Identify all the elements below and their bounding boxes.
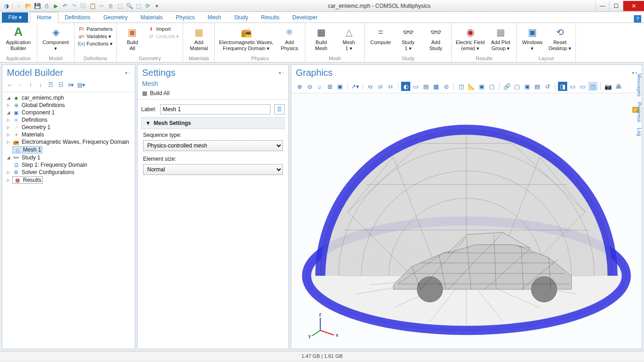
zx-view-icon[interactable]: zx bbox=[386, 82, 395, 91]
add-study-button[interactable]: 👓 Add Study bbox=[424, 24, 448, 51]
save-icon[interactable]: 💾 bbox=[34, 2, 41, 10]
graphics-canvas[interactable]: x y z bbox=[291, 93, 642, 349]
windows-button[interactable]: ▣ Windows ▾ bbox=[520, 24, 544, 51]
tab-results[interactable]: Results bbox=[254, 12, 286, 23]
zoom-selected-icon[interactable]: ▣ bbox=[335, 82, 345, 91]
reset-desktop-button[interactable]: ⟲ Reset Desktop ▾ bbox=[548, 24, 572, 51]
file-menu[interactable]: File ▾ bbox=[2, 12, 28, 23]
delete-icon[interactable]: 🗑 bbox=[107, 2, 115, 10]
panel-menu-icon[interactable]: ▾ ▫ bbox=[279, 70, 284, 75]
copy-icon[interactable]: ⿻ bbox=[80, 2, 87, 10]
tree-item[interactable]: Component 1 bbox=[22, 109, 55, 116]
camera-icon[interactable]: 📷 bbox=[604, 82, 613, 91]
tab-study[interactable]: Study bbox=[228, 12, 255, 23]
deselect-icon[interactable]: ▢ bbox=[487, 82, 496, 91]
forward-icon[interactable]: → bbox=[16, 81, 24, 89]
sequence-type-select[interactable]: Physics-controlled mesh bbox=[143, 140, 283, 151]
select-icon[interactable]: ⬚ bbox=[116, 2, 124, 10]
tree-item-selected[interactable]: Mesh 1 bbox=[23, 147, 41, 153]
hide-icon[interactable]: ⊘ bbox=[442, 82, 451, 91]
variables-button[interactable]: a=Variables ▾ bbox=[78, 33, 113, 40]
emw-physics-button[interactable]: 📻 Electromagnetic Waves, Frequency Domai… bbox=[218, 24, 274, 51]
tree-item[interactable]: Geometry 1 bbox=[22, 124, 51, 130]
box-icon[interactable]: ▢ bbox=[512, 82, 522, 91]
find-icon[interactable]: 🔍 bbox=[126, 2, 133, 10]
box2-icon[interactable]: ▣ bbox=[523, 82, 532, 91]
scene-light-icon[interactable]: ◐ bbox=[401, 82, 410, 91]
tab-developer[interactable]: Developer bbox=[286, 12, 324, 23]
print-icon[interactable]: 🖶 bbox=[614, 82, 623, 91]
tree-item[interactable]: Materials bbox=[22, 131, 44, 138]
open-icon[interactable]: 📂 bbox=[24, 2, 32, 10]
transparency-icon[interactable]: ▭ bbox=[411, 82, 420, 91]
build-all-button[interactable]: Build All bbox=[150, 90, 170, 96]
tree-item[interactable]: Solver Configurations bbox=[22, 169, 75, 175]
zoom-in-icon[interactable]: ⊕ bbox=[295, 82, 304, 91]
label-input[interactable] bbox=[160, 104, 270, 114]
list-icon[interactable]: ≡▾ bbox=[67, 81, 75, 89]
view3-icon[interactable]: ◫ bbox=[588, 82, 598, 91]
tree-item[interactable]: Electromagnetic Waves, Frequency Domain bbox=[22, 139, 129, 145]
goto-icon[interactable]: ☰ bbox=[274, 104, 285, 114]
run-icon[interactable]: ▶ bbox=[52, 2, 59, 10]
grid-icon[interactable]: ▦ bbox=[431, 82, 441, 91]
wireframe-icon[interactable]: ▤ bbox=[421, 82, 431, 91]
tab-mesh[interactable]: Mesh bbox=[201, 12, 227, 23]
zoom-box-icon[interactable]: ⌕ bbox=[315, 82, 324, 91]
tree-item[interactable]: Global Definitions bbox=[22, 102, 65, 108]
tree-item[interactable]: Definitions bbox=[22, 117, 47, 123]
parameters-button[interactable]: PiParameters bbox=[78, 26, 113, 32]
tab-geometry[interactable]: Geometry bbox=[97, 12, 134, 23]
paste-icon[interactable]: 📋 bbox=[89, 2, 96, 10]
build-all-button[interactable]: ▣ Build All bbox=[121, 24, 144, 51]
electric-field-button[interactable]: ◉ Electric Field (emw) ▾ bbox=[455, 24, 485, 51]
tree-item[interactable]: Results bbox=[23, 177, 41, 183]
cut-icon[interactable]: ✂ bbox=[98, 2, 105, 10]
back-icon[interactable]: ← bbox=[6, 81, 14, 89]
component-button[interactable]: ◈ Component ▾ bbox=[41, 24, 70, 51]
compute-button[interactable]: = Compute bbox=[368, 24, 392, 45]
yz-view-icon[interactable]: yz bbox=[376, 82, 385, 91]
build-mesh-button[interactable]: ▦ Build Mesh bbox=[309, 24, 333, 51]
measure-icon[interactable]: 📐 bbox=[467, 82, 476, 91]
redo-icon[interactable]: ↷ bbox=[70, 2, 78, 10]
expand-icon[interactable]: ☶ bbox=[46, 81, 55, 89]
application-builder-button[interactable]: A Application Builder bbox=[4, 24, 33, 51]
tree-root[interactable]: car_emiemc.mph bbox=[22, 95, 64, 101]
tree-item[interactable]: Step 1: Frequency Domain bbox=[22, 162, 87, 168]
panel-menu-icon[interactable]: ▾ ▫ bbox=[125, 70, 130, 75]
zoom-extents-icon[interactable]: ⊞ bbox=[325, 82, 334, 91]
link-icon[interactable]: 🔗 bbox=[502, 82, 512, 91]
zoom-out-icon[interactable]: ⊖ bbox=[305, 82, 314, 91]
messages-tab[interactable]: Messages bbox=[637, 74, 642, 96]
undo-icon[interactable]: ↶ bbox=[61, 2, 69, 10]
add-plot-group-button[interactable]: ▦ Add Plot Group ▾ bbox=[489, 24, 512, 51]
study-dropdown-button[interactable]: 👓 Study 1 ▾ bbox=[396, 24, 420, 51]
add-physics-button[interactable]: ⚛ Add Physics bbox=[277, 24, 301, 51]
tab-definitions[interactable]: Definitions bbox=[58, 12, 97, 23]
add-material-button[interactable]: ▦ Add Material bbox=[187, 24, 211, 51]
model-tree[interactable]: ◢◆car_emiemc.mph ▷⊕Global Definitions ◢▣… bbox=[2, 92, 135, 349]
maximize-button[interactable]: ☐ bbox=[609, 1, 623, 11]
down-icon[interactable]: ↓ bbox=[36, 81, 45, 89]
xy-view-icon[interactable]: xy bbox=[366, 82, 375, 91]
tab-home[interactable]: Home bbox=[30, 12, 58, 23]
mesh-dropdown-button[interactable]: △ Mesh 1 ▾ bbox=[337, 24, 361, 51]
box3-icon[interactable]: ▤ bbox=[533, 82, 542, 91]
collapse-icon[interactable]: ☷ bbox=[57, 81, 65, 89]
close-button[interactable]: ✕ bbox=[623, 1, 644, 11]
reset-view-icon[interactable]: ↺ bbox=[543, 82, 552, 91]
progress-tab[interactable]: Progress bbox=[637, 102, 642, 122]
saveall-icon[interactable]: ⎙ bbox=[43, 2, 50, 10]
view-all-icon[interactable]: ◨ bbox=[558, 82, 567, 91]
view2-icon[interactable]: ▭ bbox=[578, 82, 587, 91]
select-all-icon[interactable]: ▣ bbox=[477, 82, 486, 91]
tab-materials[interactable]: Materials bbox=[134, 12, 169, 23]
tab-physics[interactable]: Physics bbox=[169, 12, 201, 23]
import-button[interactable]: ⬇Import bbox=[148, 26, 179, 32]
element-size-select[interactable]: Normal bbox=[143, 164, 283, 175]
new-icon[interactable]: ▫ bbox=[15, 2, 23, 10]
help-button[interactable]: ? bbox=[634, 15, 641, 23]
mesh-settings-section[interactable]: ▼ Mesh Settings bbox=[141, 117, 285, 129]
minimize-button[interactable]: — bbox=[595, 1, 609, 11]
